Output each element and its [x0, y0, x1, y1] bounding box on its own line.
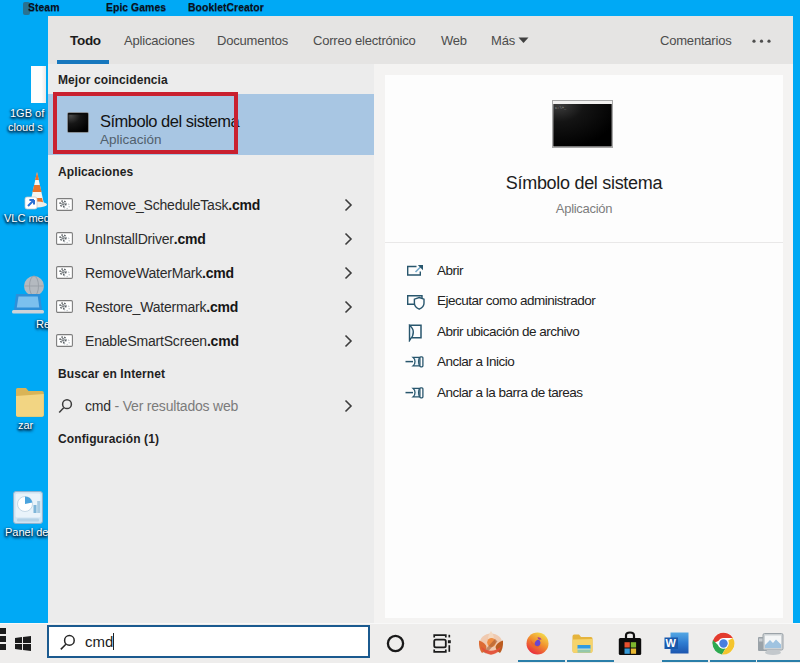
- svg-text:W: W: [666, 637, 677, 649]
- svg-text:C:\»_: C:\»_: [555, 106, 567, 110]
